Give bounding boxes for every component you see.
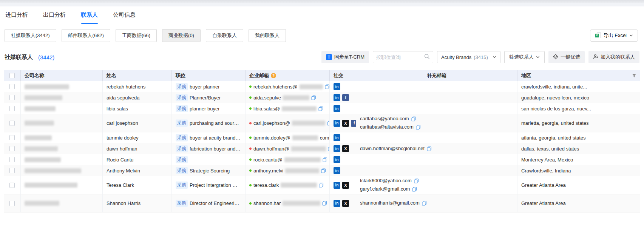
- company-cell: [21, 81, 103, 92]
- linkedin-icon[interactable]: in: [334, 156, 340, 163]
- row-checkbox[interactable]: [9, 135, 15, 140]
- email-status-dot: [249, 85, 252, 88]
- sync-tcrm-button[interactable]: T 同步至T-CRM: [321, 51, 369, 63]
- copy-icon[interactable]: [412, 187, 417, 192]
- filter-funnel-icon[interactable]: [632, 73, 636, 78]
- copy-icon[interactable]: [414, 178, 419, 183]
- redacted-company: [25, 106, 56, 111]
- row-checkbox[interactable]: [9, 146, 15, 151]
- source-filter-button-1[interactable]: 邮件联系人(682): [62, 29, 110, 42]
- linkedin-icon[interactable]: in: [334, 167, 340, 174]
- copy-icon[interactable]: [325, 84, 330, 89]
- one-click-optimize-button[interactable]: 一键优选: [548, 51, 585, 63]
- tab-1[interactable]: 出口分析: [42, 7, 66, 24]
- supp-email: carltabas@altavista.com: [360, 124, 421, 131]
- linkedin-icon[interactable]: in: [334, 134, 340, 141]
- email-status-dot: [249, 96, 252, 99]
- copy-icon[interactable]: [323, 157, 327, 162]
- email-cell: tammie.dooley@com: [246, 132, 330, 143]
- top-strip-2: [0, 3, 644, 6]
- job-title: buyer at acuity brands lig...: [190, 135, 241, 141]
- linkedin-icon[interactable]: in: [334, 83, 340, 90]
- contact-name: Anthony Melvin: [103, 165, 172, 176]
- job-title: planner buyer: [190, 106, 220, 112]
- contact-name: tammie dooley: [103, 132, 172, 143]
- x-icon[interactable]: X: [342, 120, 349, 127]
- linkedin-icon[interactable]: in: [334, 145, 340, 152]
- redacted-company: [25, 84, 69, 89]
- filter-contacts-button[interactable]: 筛选联系人: [504, 51, 545, 63]
- row-checkbox[interactable]: [9, 84, 15, 89]
- facebook-icon[interactable]: f: [342, 94, 349, 101]
- diamond-badge-icon: [553, 54, 558, 61]
- linkedin-icon[interactable]: in: [334, 105, 340, 112]
- copy-icon[interactable]: [322, 201, 327, 206]
- procurement-tag: 采购: [176, 134, 188, 141]
- row-checkbox[interactable]: [9, 106, 15, 111]
- source-filter-button-3[interactable]: 商业数据(0): [162, 29, 201, 42]
- tab-0[interactable]: 进口分析: [5, 7, 29, 24]
- row-checkbox[interactable]: [9, 121, 15, 126]
- email-cell: teresa.clark: [246, 176, 330, 194]
- copy-icon[interactable]: [327, 121, 330, 126]
- redacted-email: [300, 84, 323, 89]
- company-cell: [21, 194, 103, 212]
- linkedin-icon[interactable]: in: [334, 200, 340, 207]
- company-cell: [21, 165, 103, 176]
- linkedin-icon[interactable]: in: [334, 182, 340, 189]
- copy-icon[interactable]: [321, 168, 326, 173]
- source-filter-button-2[interactable]: 工商数据(66): [116, 29, 157, 42]
- tab-3[interactable]: 公司信息: [112, 7, 136, 24]
- add-to-my-contacts-button[interactable]: 加入我的联系人: [588, 51, 639, 63]
- social-cell: inX: [330, 194, 356, 212]
- source-filter-button-0[interactable]: 社媒联系人(3442): [5, 29, 56, 42]
- procurement-tag: 采购: [176, 83, 188, 90]
- x-icon[interactable]: X: [342, 182, 349, 189]
- email-prefix: libia.salas@: [253, 106, 280, 112]
- facebook-icon[interactable]: f: [351, 120, 356, 127]
- social-cell: in: [330, 165, 356, 176]
- region-cell: Monterrey Area, Mexico: [517, 154, 640, 165]
- linkedin-icon[interactable]: in: [334, 94, 340, 101]
- source-filter-button-4[interactable]: 自采联系人: [206, 29, 243, 42]
- position-search-input[interactable]: [376, 54, 424, 60]
- copy-icon[interactable]: [311, 95, 316, 100]
- row-checkbox[interactable]: [9, 157, 15, 162]
- row-checkbox[interactable]: [9, 95, 15, 100]
- job-title: buyer planner: [190, 84, 220, 90]
- contact-name: rebekah hutchens: [103, 81, 172, 92]
- x-icon[interactable]: X: [342, 145, 349, 152]
- tcrm-icon: T: [326, 54, 332, 60]
- redacted-company: [25, 135, 52, 140]
- copy-icon[interactable]: [411, 116, 416, 121]
- chevron-down-icon: [536, 55, 540, 59]
- company-select[interactable]: Acuity Brands (3415): [437, 51, 500, 63]
- copy-icon[interactable]: [416, 125, 421, 130]
- redacted-email: [285, 168, 319, 173]
- source-filter-button-5[interactable]: 我的联系人: [249, 29, 286, 42]
- table-row: tammie dooley采购buyer at acuity brands li…: [4, 132, 640, 143]
- region-cell: dallas, texas, united states: [517, 143, 640, 154]
- row-checkbox[interactable]: [9, 183, 15, 188]
- email-cell: rebekah.hutchens@: [246, 81, 330, 92]
- copy-icon[interactable]: [319, 183, 324, 188]
- copy-icon[interactable]: [318, 106, 323, 111]
- copy-icon[interactable]: [427, 146, 432, 151]
- export-excel-button[interactable]: X 导出 Excel: [590, 29, 638, 42]
- question-icon[interactable]: ?: [271, 73, 276, 78]
- row-checkbox[interactable]: [9, 168, 15, 173]
- add-to-my-contacts-label: 加入我的联系人: [601, 54, 635, 61]
- supp-email-cell: carltabas@yahoo.com carltabas@altavista.…: [356, 114, 517, 132]
- table-body: rebekah hutchens采购buyer plannerrebekah.h…: [4, 81, 640, 213]
- select-all-checkbox[interactable]: [9, 73, 15, 78]
- tab-2[interactable]: 联系人: [80, 7, 99, 24]
- row-checkbox[interactable]: [9, 201, 15, 206]
- supp-email-cell: dawn.hoffman@sbcglobal.net: [356, 143, 517, 154]
- section-count: (3442): [38, 54, 54, 61]
- x-icon[interactable]: X: [342, 200, 349, 207]
- redacted-email: [292, 121, 325, 126]
- header-supp-email: 补充邮箱: [356, 70, 517, 81]
- linkedin-icon[interactable]: in: [334, 120, 340, 127]
- copy-icon[interactable]: [422, 201, 427, 206]
- company-cell: [21, 154, 103, 165]
